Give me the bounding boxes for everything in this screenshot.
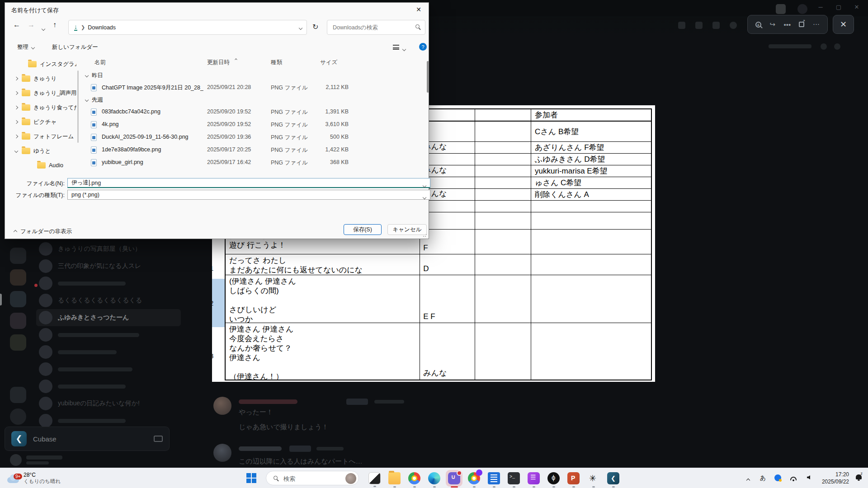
tree-folder-item[interactable]: きゅうり_調声用	[10, 86, 76, 100]
file-row[interactable]: 4k.png 2025/09/20 19:52 PNG ファイル 3,610 K…	[82, 118, 427, 131]
message-avatar[interactable]	[213, 444, 231, 462]
taskbar-app-icon[interactable]	[388, 472, 401, 484]
breadcrumb-location[interactable]: Downloads	[88, 24, 116, 31]
dm-channel-row[interactable]	[36, 343, 181, 361]
dm-channel-row[interactable]: ふゆみきとさっつたーん	[36, 309, 181, 326]
channel-header-icon[interactable]	[712, 22, 720, 29]
column-name[interactable]: 名前	[94, 59, 106, 66]
tree-scrollbar[interactable]	[77, 70, 79, 143]
address-dropdown-icon[interactable]	[299, 24, 302, 31]
expander-chevron-icon[interactable]	[15, 121, 19, 123]
minimize-icon[interactable]: ─	[814, 4, 827, 10]
dm-channel-row[interactable]	[36, 361, 181, 378]
dm-channel-row[interactable]: るくるくるくるくるくるくる	[36, 292, 181, 309]
tree-folder-item[interactable]: きゅうり	[10, 71, 76, 86]
help-icon[interactable]: ?	[419, 43, 427, 51]
taskbar-app-icon[interactable]	[488, 472, 500, 484]
channel-header-icon[interactable]	[678, 22, 685, 29]
server-icon[interactable]	[10, 313, 26, 329]
tray-app-icon[interactable]	[774, 474, 781, 481]
channel-header-icon[interactable]	[730, 22, 737, 29]
maximize-icon[interactable]: ▢	[832, 4, 845, 10]
volume-icon[interactable]	[807, 475, 810, 479]
taskbar-app-icon[interactable]	[468, 472, 480, 484]
address-bar[interactable]: ↓ ❯ Downloads	[68, 20, 307, 35]
column-date[interactable]: 更新日時	[207, 59, 230, 66]
filetype-select[interactable]: png (*.png)	[67, 190, 430, 200]
view-mode-icon[interactable]	[393, 45, 399, 50]
history-chevron-icon[interactable]	[42, 24, 45, 32]
user-avatar[interactable]	[10, 454, 22, 466]
dialog-close-icon[interactable]: ✕	[409, 3, 429, 16]
taskbar-app-icon[interactable]	[607, 472, 619, 484]
dm-channel-row[interactable]: きゅうりの写真部屋（臭い）	[36, 240, 181, 258]
tree-folder-item[interactable]: ゆうと	[10, 144, 76, 158]
group-header-lastweek[interactable]: 先週	[82, 94, 427, 106]
tree-folder-item[interactable]: ピクチャ	[10, 115, 76, 129]
hide-folders-button[interactable]: フォルダーの非表示	[14, 228, 72, 235]
dm-channel-row[interactable]: yubibueの日記みたいな何か!	[36, 395, 181, 412]
message-avatar[interactable]	[213, 397, 231, 415]
activity-card[interactable]: ❮ Cubase	[5, 427, 170, 451]
file-row[interactable]: ChatGPT Image 2025年9月21日 20_28_21.... 20…	[82, 81, 427, 94]
tray-overflow-chevron-icon[interactable]	[747, 475, 750, 483]
screenshare-icon[interactable]	[154, 436, 163, 442]
dm-channel-row[interactable]	[36, 275, 181, 292]
more-dots-icon[interactable]: •••	[783, 21, 791, 28]
server-icon[interactable]	[10, 387, 26, 403]
view-dropdown-icon[interactable]	[403, 46, 406, 52]
file-list-scrollbar[interactable]	[427, 61, 429, 93]
taskbar-app-icon[interactable]	[528, 472, 540, 484]
expander-chevron-icon[interactable]	[15, 150, 19, 152]
weather-widget[interactable]: 9+ 28°C くもりのち晴れ	[6, 470, 61, 485]
back-icon[interactable]: ←	[13, 21, 20, 29]
dm-channel-row[interactable]	[36, 326, 181, 343]
expander-chevron-icon[interactable]	[15, 92, 19, 94]
dialog-titlebar[interactable]: 名前を付けて保存 ✕	[5, 3, 429, 16]
viewer-close-button[interactable]: ✕	[833, 15, 854, 34]
taskbar-app-icon[interactable]	[587, 472, 599, 484]
share-forward-icon[interactable]: ↪	[769, 20, 775, 28]
resize-grip[interactable]	[423, 233, 427, 237]
tree-folder-item[interactable]: インスタグラム	[10, 57, 76, 71]
taskbar-app-icon[interactable]	[368, 472, 381, 484]
overflow-menu-icon[interactable]: ⋯	[813, 20, 820, 28]
expander-chevron-icon[interactable]	[15, 135, 19, 138]
clock[interactable]: 17:20 2025/09/22	[822, 471, 849, 485]
expander-chevron-icon[interactable]	[15, 106, 19, 109]
dim-link-icon[interactable]	[821, 43, 827, 50]
tree-folder-item[interactable]: きゅうり食ってた	[10, 100, 76, 115]
new-folder-button[interactable]: 新しいフォルダー	[52, 43, 98, 51]
organize-button[interactable]: 整理	[17, 43, 34, 51]
refresh-icon[interactable]: ↻	[312, 23, 318, 31]
start-button[interactable]	[246, 473, 256, 483]
ime-indicator[interactable]: あ	[760, 474, 766, 482]
cancel-button[interactable]: キャンセル	[387, 224, 427, 235]
dm-channel-row[interactable]: 三代の印象が気になる人スレ	[36, 258, 181, 275]
zoom-in-icon[interactable]: +	[755, 22, 761, 28]
notification-bell-icon[interactable]	[856, 474, 862, 479]
taskbar-app-icon[interactable]	[547, 472, 560, 484]
dm-channel-row[interactable]	[36, 378, 181, 395]
taskbar-app-icon[interactable]	[428, 472, 440, 484]
server-icon[interactable]	[10, 291, 26, 307]
tree-folder-item[interactable]: フォトフレーム	[10, 129, 76, 144]
filename-dropdown-icon[interactable]	[423, 182, 426, 188]
dim-pin-icon[interactable]	[834, 43, 840, 50]
server-icon[interactable]	[10, 408, 26, 425]
channel-header-icon[interactable]	[695, 22, 703, 29]
search-highlight-rhino-image[interactable]	[345, 473, 356, 484]
group-header-yesterday[interactable]: 昨日	[82, 70, 427, 81]
server-icon[interactable]	[10, 269, 26, 286]
wifi-icon[interactable]	[790, 477, 797, 480]
file-row[interactable]: 083fadcbc74a042c.png 2025/09/20 19:52 PN…	[82, 106, 427, 118]
expander-chevron-icon[interactable]	[15, 77, 19, 80]
column-size[interactable]: サイズ	[320, 59, 337, 66]
filename-input[interactable]: 伊っ達 .png	[67, 178, 430, 188]
taskbar-app-icon[interactable]	[408, 472, 420, 484]
row-number-cell[interactable]: 2	[212, 279, 225, 327]
row-number-cell[interactable]: 1	[212, 258, 225, 279]
server-icon[interactable]	[10, 334, 26, 351]
open-external-icon[interactable]	[799, 22, 804, 27]
server-icon[interactable]	[10, 248, 26, 264]
